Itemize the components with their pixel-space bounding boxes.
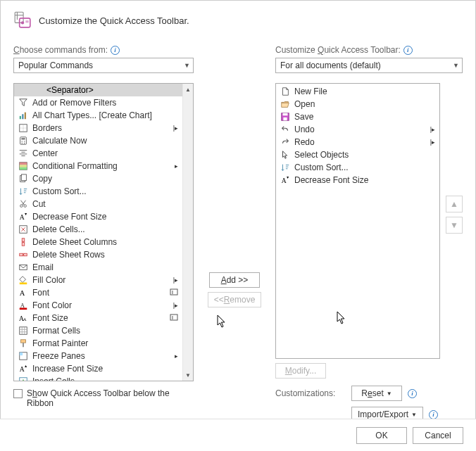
list-item[interactable]: Freeze Panes▸ — [14, 350, 182, 362]
list-item[interactable]: Delete Sheet Rows — [14, 248, 182, 261]
reset-button[interactable]: Reset▼ — [351, 386, 402, 401]
modify-button: Modify... — [275, 363, 326, 379]
list-item[interactable]: Format Painter — [14, 337, 182, 350]
dropdown-value: Popular Commands — [18, 61, 93, 70]
chart-icon — [17, 110, 30, 120]
svg-point-12 — [22, 143, 23, 144]
list-item[interactable]: Copy — [14, 172, 182, 185]
list-item-label: Email — [32, 262, 180, 272]
open-icon — [279, 99, 292, 109]
list-item[interactable]: Cut — [14, 198, 182, 210]
svg-rect-28 — [20, 283, 27, 285]
cancel-button[interactable]: Cancel — [413, 427, 463, 444]
info-icon[interactable]: i — [429, 410, 438, 419]
list-item[interactable]: Center — [14, 147, 182, 160]
list-item[interactable]: Fill Color|▸ — [14, 274, 182, 286]
save-icon — [279, 112, 292, 122]
add-button[interactable]: Add >> — [209, 272, 260, 288]
svg-text:A: A — [20, 302, 25, 309]
submenu-indicator-icon: I — [170, 288, 180, 297]
list-item[interactable]: Insert Cells... — [14, 375, 182, 381]
funnel-icon — [17, 98, 30, 108]
delcells-icon — [17, 224, 30, 234]
available-commands-list[interactable]: <Separator>Add or Remove FiltersAll Char… — [13, 83, 194, 381]
list-item[interactable]: Save — [276, 110, 439, 123]
list-item-label: Custom Sort... — [294, 163, 437, 172]
list-item-label: Borders — [32, 123, 173, 133]
list-item[interactable]: <Separator> — [14, 84, 182, 96]
svg-rect-33 — [20, 308, 27, 310]
svg-point-10 — [22, 141, 23, 141]
ok-button[interactable]: OK — [356, 427, 407, 444]
painter-icon — [17, 338, 30, 348]
list-item[interactable]: All Chart Types... [Create Chart] — [14, 109, 182, 122]
svg-rect-8 — [20, 137, 27, 145]
scroll-up-button[interactable]: ▲ — [183, 84, 193, 95]
move-down-button: ▼ — [446, 217, 463, 234]
list-item[interactable]: A▼Decrease Font Size — [14, 210, 182, 223]
list-item[interactable]: Delete Sheet Columns — [14, 236, 182, 248]
customizations-label: Customizations: — [275, 388, 346, 398]
submenu-indicator-icon: I — [170, 314, 180, 322]
submenu-indicator-icon: |▸ — [173, 125, 180, 132]
list-item-label: Delete Sheet Columns — [32, 237, 180, 247]
remove-button: << Remove — [208, 292, 262, 307]
submenu-indicator-icon: ▸ — [175, 352, 180, 360]
list-item[interactable]: Open — [276, 98, 439, 110]
list-item-label: Delete Cells... — [32, 224, 180, 234]
list-item[interactable]: AFont Color|▸ — [14, 299, 182, 312]
list-item[interactable]: Delete Cells... — [14, 223, 182, 236]
commands-from-dropdown[interactable]: Popular Commands ▼ — [13, 58, 194, 73]
svg-rect-38 — [20, 327, 27, 335]
list-item[interactable]: Undo|▸ — [276, 123, 439, 136]
list-item-label: <Separator> — [32, 85, 180, 95]
chevron-down-icon: ▼ — [453, 62, 459, 69]
info-icon[interactable]: i — [408, 389, 417, 398]
info-icon[interactable]: i — [403, 46, 413, 55]
sort-icon — [279, 163, 292, 172]
list-item[interactable]: Conditional Formatting▸ — [14, 160, 182, 172]
svg-point-13 — [24, 143, 25, 144]
list-item[interactable]: Custom Sort... — [14, 185, 182, 198]
list-item-label: All Chart Types... [Create Chart] — [32, 110, 180, 120]
sort-icon — [17, 186, 30, 196]
fillcolor-icon — [17, 275, 30, 285]
list-item-label: Decrease Font Size — [32, 212, 180, 222]
scroll-down-button[interactable]: ▼ — [183, 369, 193, 381]
list-item[interactable]: AFontI — [14, 286, 182, 299]
list-item[interactable]: Custom Sort... — [276, 161, 439, 174]
pointer-icon — [279, 150, 292, 160]
list-item[interactable]: Redo|▸ — [276, 136, 439, 148]
formatcells-icon — [17, 326, 30, 336]
list-item[interactable]: Format Cells — [14, 324, 182, 337]
for-documents-dropdown[interactable]: For all documents (default) ▼ — [275, 58, 463, 73]
cut-icon — [17, 199, 30, 209]
svg-rect-15 — [20, 163, 27, 165]
list-item[interactable]: Add or Remove Filters — [14, 96, 182, 109]
list-item[interactable]: Email — [14, 261, 182, 274]
borders-icon — [17, 123, 30, 133]
fontdec-icon: A▼ — [279, 175, 292, 185]
submenu-indicator-icon: |▸ — [430, 126, 437, 133]
fontsize-icon: AA — [17, 313, 30, 323]
list-item[interactable]: AAFont SizeI — [14, 312, 182, 324]
svg-text:▼: ▼ — [24, 212, 27, 216]
email-icon — [17, 262, 30, 272]
dialog-footer: OK Cancel — [0, 419, 476, 451]
list-item[interactable]: Borders|▸ — [14, 122, 182, 134]
scrollbar[interactable]: ▲ ▼ — [182, 84, 193, 381]
list-item-label: Redo — [294, 137, 430, 147]
svg-rect-40 — [23, 343, 24, 347]
list-item[interactable]: A▲Increase Font Size — [14, 362, 182, 375]
info-icon[interactable]: i — [111, 46, 120, 55]
list-item[interactable]: Select Objects — [276, 148, 439, 161]
show-below-ribbon-checkbox[interactable] — [13, 389, 23, 398]
list-item[interactable]: A▼Decrease Font Size — [276, 174, 439, 186]
current-qat-list[interactable]: New FileOpenSaveUndo|▸Redo|▸Select Objec… — [275, 83, 440, 359]
customize-qat-label: Customize Quick Access Toolbar: — [275, 45, 401, 55]
list-item[interactable]: Calculate Now — [14, 134, 182, 147]
list-item-label: Decrease Font Size — [294, 175, 437, 185]
submenu-indicator-icon: |▸ — [173, 277, 180, 284]
list-item[interactable]: New File — [276, 85, 439, 98]
list-item-label: Increase Font Size — [32, 364, 180, 374]
